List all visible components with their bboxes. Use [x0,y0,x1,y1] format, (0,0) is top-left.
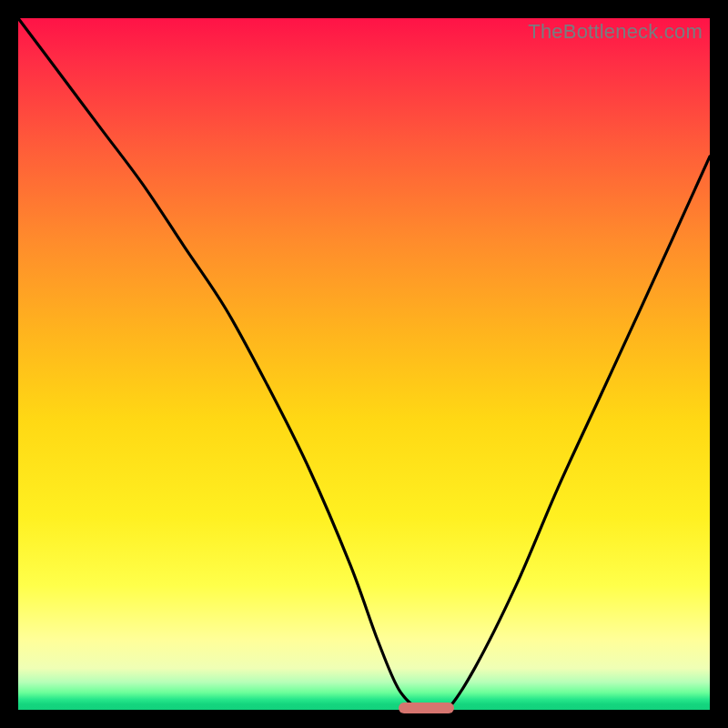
bottleneck-curve [18,18,710,710]
chart-frame: TheBottleneck.com [0,0,728,728]
chart-plot-area: TheBottleneck.com [18,18,710,710]
optimal-range-marker [399,703,454,713]
chart-svg [18,18,710,710]
